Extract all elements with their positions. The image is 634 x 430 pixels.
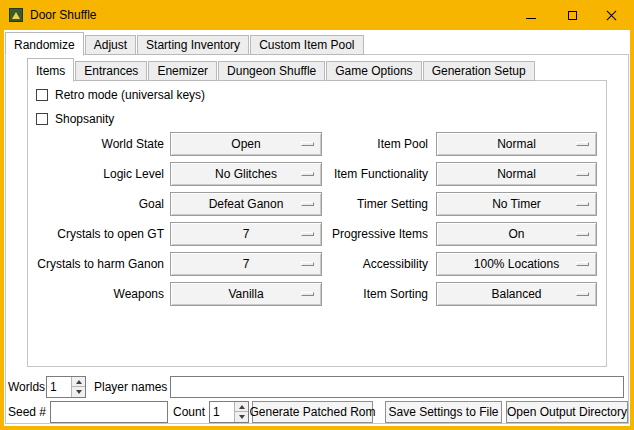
dropdown-indicator-icon bbox=[301, 142, 314, 146]
dropdown-indicator-icon bbox=[576, 172, 589, 176]
dropdown-value: 100% Locations bbox=[474, 257, 559, 271]
worlds-stepper[interactable] bbox=[46, 376, 86, 398]
dropdown-indicator-icon bbox=[576, 262, 589, 266]
open-output-directory-button[interactable]: Open Output Directory bbox=[506, 401, 628, 423]
label-accessibility: Accessibility bbox=[318, 252, 428, 276]
count-input[interactable] bbox=[210, 402, 234, 422]
label-crystals-open-gt: Crystals to open GT bbox=[30, 222, 164, 246]
label-logic-level: Logic Level bbox=[30, 162, 164, 186]
tab-enemizer[interactable]: Enemizer bbox=[148, 61, 217, 81]
stepper-arrows bbox=[71, 377, 85, 397]
label-item-functionality: Item Functionality bbox=[318, 162, 428, 186]
label-timer-setting: Timer Setting bbox=[318, 192, 428, 216]
dropdown-indicator-icon bbox=[576, 202, 589, 206]
tab-dungeon-shuffle[interactable]: Dungeon Shuffle bbox=[218, 61, 325, 81]
worlds-label: Worlds bbox=[8, 376, 45, 398]
dropdown-progressive-items[interactable]: On bbox=[436, 222, 597, 246]
minimize-button[interactable] bbox=[512, 0, 550, 30]
label-goal: Goal bbox=[30, 192, 164, 216]
window-title: Door Shuffle bbox=[30, 0, 97, 30]
stepper-up-button[interactable] bbox=[71, 377, 85, 387]
dropdown-indicator-icon bbox=[301, 202, 314, 206]
dropdown-value: Vanilla bbox=[228, 287, 263, 301]
dropdown-indicator-icon bbox=[576, 232, 589, 236]
app-icon bbox=[9, 8, 23, 22]
dropdown-weapons[interactable]: Vanilla bbox=[170, 282, 322, 306]
tab-randomize[interactable]: Randomize bbox=[5, 32, 84, 56]
label-item-pool: Item Pool bbox=[318, 132, 428, 156]
dropdown-indicator-icon bbox=[301, 292, 314, 296]
dropdown-goal[interactable]: Defeat Ganon bbox=[170, 192, 322, 216]
tab-game-options[interactable]: Game Options bbox=[326, 61, 421, 81]
dropdown-value: On bbox=[508, 227, 524, 241]
tab-items[interactable]: Items bbox=[27, 58, 74, 82]
dropdown-indicator-icon bbox=[301, 232, 314, 236]
checkbox-shopsanity[interactable]: Shopsanity bbox=[36, 112, 114, 126]
dropdown-indicator-icon bbox=[301, 172, 314, 176]
stepper-up-button[interactable] bbox=[234, 402, 248, 412]
label-weapons: Weapons bbox=[30, 282, 164, 306]
label-crystals-harm-ganon: Crystals to harm Ganon bbox=[30, 252, 164, 276]
dropdown-accessibility[interactable]: 100% Locations bbox=[436, 252, 597, 276]
arrow-down-icon bbox=[76, 390, 82, 394]
label-world-state: World State bbox=[30, 132, 164, 156]
minimize-icon bbox=[526, 18, 536, 19]
arrow-up-icon bbox=[76, 380, 82, 384]
stepper-arrows bbox=[234, 402, 248, 422]
dropdown-value: 7 bbox=[243, 257, 250, 271]
titlebar[interactable]: Door Shuffle bbox=[0, 0, 634, 30]
dropdown-value: No Timer bbox=[492, 197, 541, 211]
dropdown-item-pool[interactable]: Normal bbox=[436, 132, 597, 156]
dropdown-timer-setting[interactable]: No Timer bbox=[436, 192, 597, 216]
dropdown-value: Normal bbox=[497, 137, 536, 151]
dropdown-indicator-icon bbox=[301, 262, 314, 266]
tab-generation-setup[interactable]: Generation Setup bbox=[423, 61, 535, 81]
maximize-icon bbox=[568, 11, 577, 20]
dropdown-item-functionality[interactable]: Normal bbox=[436, 162, 597, 186]
count-label: Count bbox=[173, 401, 205, 423]
player-names-input[interactable] bbox=[170, 376, 624, 398]
dropdown-crystals-open-gt[interactable]: 7 bbox=[170, 222, 322, 246]
dropdown-indicator-icon bbox=[576, 142, 589, 146]
seed-input[interactable] bbox=[50, 401, 168, 423]
stepper-down-button[interactable] bbox=[71, 387, 85, 397]
dropdown-crystals-harm-ganon[interactable]: 7 bbox=[170, 252, 322, 276]
tab-adjust[interactable]: Adjust bbox=[85, 35, 136, 55]
dropdown-logic-level[interactable]: No Glitches bbox=[170, 162, 322, 186]
checkbox-box bbox=[36, 89, 48, 101]
checkbox-label: Retro mode (universal keys) bbox=[55, 88, 205, 102]
player-names-label: Player names bbox=[94, 376, 167, 398]
dropdown-item-sorting[interactable]: Balanced bbox=[436, 282, 597, 306]
checkbox-box bbox=[36, 113, 48, 125]
tab-starting-inventory[interactable]: Starting Inventory bbox=[137, 35, 249, 55]
arrow-down-icon bbox=[239, 415, 245, 419]
inner-tab-bar: Items Entrances Enemizer Dungeon Shuffle… bbox=[27, 58, 536, 81]
checkbox-label: Shopsanity bbox=[55, 112, 114, 126]
maximize-button[interactable] bbox=[553, 0, 591, 30]
close-button[interactable] bbox=[592, 0, 630, 30]
dropdown-indicator-icon bbox=[576, 292, 589, 296]
count-stepper[interactable] bbox=[209, 401, 249, 423]
worlds-input[interactable] bbox=[47, 377, 71, 397]
label-item-sorting: Item Sorting bbox=[318, 282, 428, 306]
tab-entrances[interactable]: Entrances bbox=[75, 61, 147, 81]
window: Door Shuffle Randomize Adjust Starting I… bbox=[0, 0, 634, 430]
arrow-up-icon bbox=[239, 405, 245, 409]
dropdown-value: Open bbox=[231, 137, 260, 151]
generate-patched-rom-button[interactable]: Generate Patched Rom bbox=[252, 401, 373, 423]
close-icon bbox=[606, 10, 617, 21]
tab-custom-item-pool[interactable]: Custom Item Pool bbox=[250, 35, 363, 55]
dropdown-value: 7 bbox=[243, 227, 250, 241]
dropdown-value: Balanced bbox=[491, 287, 541, 301]
seed-label: Seed # bbox=[8, 401, 46, 423]
top-tab-bar: Randomize Adjust Starting Inventory Cust… bbox=[5, 32, 365, 55]
label-progressive-items: Progressive Items bbox=[318, 222, 428, 246]
checkbox-retro-mode[interactable]: Retro mode (universal keys) bbox=[36, 88, 205, 102]
save-settings-button[interactable]: Save Settings to File bbox=[385, 401, 502, 423]
dropdown-value: Normal bbox=[497, 167, 536, 181]
stepper-down-button[interactable] bbox=[234, 412, 248, 422]
dropdown-value: Defeat Ganon bbox=[209, 197, 284, 211]
dropdown-world-state[interactable]: Open bbox=[170, 132, 322, 156]
dropdown-value: No Glitches bbox=[215, 167, 277, 181]
